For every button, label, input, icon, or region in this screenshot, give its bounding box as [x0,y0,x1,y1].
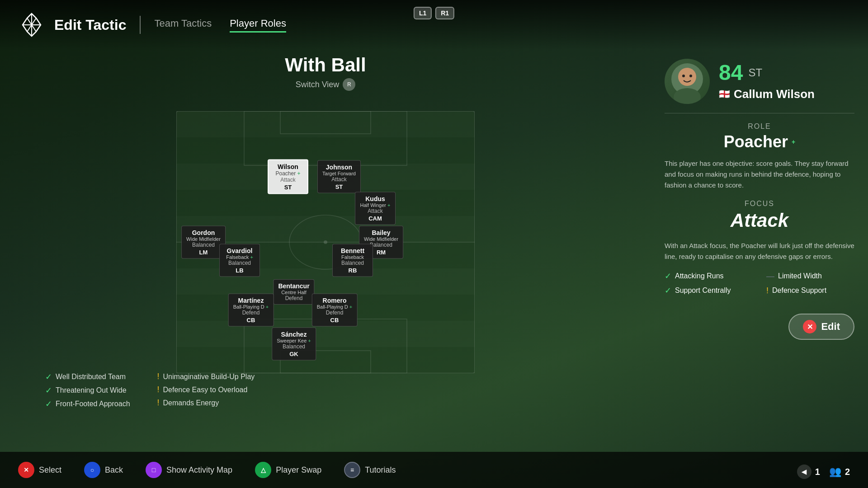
player-martinez[interactable]: Martínez Ball-Playing D + Defend CB [228,294,274,327]
r1-hint[interactable]: R1 [435,7,454,19]
person-icon: 👥 [829,466,841,478]
action-player-swap[interactable]: △ Player Swap [255,462,321,478]
svg-point-14 [678,68,696,86]
player-johnson[interactable]: Johnson Target Forward Attack ST [317,160,361,193]
player-position-badge: ST [748,66,762,79]
logo [18,11,45,38]
player-info-card: 84 ST 🏴󠁧󠁢󠁥󠁮󠁧󠁿 Callum Wilson [665,59,854,113]
header-divider [140,16,141,34]
svg-point-17 [689,75,692,77]
player-gvardiol[interactable]: Gvardiol Falseback + Balanced LB [219,244,260,277]
player-rating: 84 [719,62,743,84]
focus-label: Focus [665,200,854,208]
team-attr-good-1: ✓ Well Distributed Team [45,372,130,382]
team-attr-warn-3: ! Demands Energy [157,398,255,408]
player-bentancur[interactable]: Bentancur Centre Half Defend [273,279,314,305]
role-section: Role Poacher + [665,122,854,151]
team-attr-good-2: ✓ Threatening Out Wide [45,385,130,395]
btn-triangle-icon: △ [255,462,271,478]
player-wilson[interactable]: Wilson Poacher + Attack ST [268,160,308,194]
attr-good-icon: ✓ [665,271,671,281]
player-romero[interactable]: Romero Ball-Playing D + Defend CB [312,294,358,327]
nav-prev-arrow[interactable]: ◀ [797,465,811,479]
switch-view-btn: R [343,78,355,91]
controller-hints-top: L1 R1 [414,7,454,19]
page-nav[interactable]: ◀ 1 [797,465,820,479]
svg-rect-8 [176,111,475,137]
player-sanchez[interactable]: Sánchez Sweeper Kee + Balanced GK [272,328,316,361]
bottom-right-nav: ◀ 1 👥 2 [797,465,850,479]
role-plus-icon: + [792,138,795,145]
attr-limited-width: — Limited Width [766,271,854,281]
header-tabs: Team Tactics Player Roles [154,18,286,33]
right-panel: 84 ST 🏴󠁧󠁢󠁥󠁮󠁧󠁿 Callum Wilson Role Poacher… [651,50,868,452]
edit-btn-icon: ✕ [803,320,816,333]
svg-point-16 [682,75,685,77]
role-name: Poacher + [665,132,854,151]
btn-options-icon: ≡ [344,462,360,478]
btn-o-icon: ○ [84,462,100,478]
btn-square-icon: □ [146,462,162,478]
main-content: With Ball Switch View R [0,50,868,452]
attr-good-icon-2: ✓ [665,286,671,296]
tab-team-tactics[interactable]: Team Tactics [154,18,212,33]
action-activity-map[interactable]: □ Show Activity Map [146,462,232,478]
team-attr-warn-1: ! Unimaginative Build-Up Play [157,372,255,381]
attr-dash-icon: — [766,272,774,281]
action-select[interactable]: ✕ Select [18,462,61,478]
tab-player-roles[interactable]: Player Roles [230,18,286,33]
action-back[interactable]: ○ Back [84,462,123,478]
attr-warn-icon: ! [766,286,769,296]
focus-name: Attack [665,210,854,231]
action-tutorials[interactable]: ≡ Tutorials [344,462,396,478]
pitch-container: Wilson Poacher + Attack ST Johnson Targe… [154,98,497,391]
focus-description: With an Attack focus, the Poacher will l… [665,240,854,262]
role-label: Role [665,122,854,131]
role-description: This player has one objective: score goa… [665,158,854,191]
edit-button[interactable]: ✕ Edit [788,314,854,340]
bottom-bar: ✕ Select ○ Back □ Show Activity Map △ Pl… [0,452,868,488]
attr-support-centrally: ✓ Support Centrally [665,286,753,296]
pitch-panel: With Ball Switch View R [0,50,651,452]
team-attr-good-3: ✓ Front-Footed Approach [45,399,130,409]
attr-defence-support: ! Defence Support [766,286,854,296]
attributes-grid: ✓ Attacking Runs — Limited Width ✓ Suppo… [665,271,854,296]
team-attr-warn-2: ! Defence Easy to Overload [157,385,255,394]
switch-view-button[interactable]: Switch View R [296,78,356,91]
player-rating-row: 84 ST [719,62,854,84]
l1-hint[interactable]: L1 [414,7,432,19]
focus-section: Focus Attack [665,200,854,236]
player-full-name: Callum Wilson [734,87,815,101]
with-ball-title: With Ball [285,54,366,76]
player-flag: 🏴󠁧󠁢󠁥󠁮󠁧󠁿 [719,89,730,99]
player-count-nav: 👥 2 [829,466,850,478]
player-details: 84 ST 🏴󠁧󠁢󠁥󠁮󠁧󠁿 Callum Wilson [719,62,854,101]
player-kudus[interactable]: Kudus Half Winger + Attack CAM [355,192,396,225]
attr-attacking-runs: ✓ Attacking Runs [665,271,753,281]
player-bennett[interactable]: Bennett Falseback Balanced RB [332,244,373,277]
btn-x-icon: ✕ [18,462,34,478]
player-avatar [665,59,710,104]
header-title: Edit Tactic [54,17,126,33]
player-flag-name: 🏴󠁧󠁢󠁥󠁮󠁧󠁿 Callum Wilson [719,87,854,101]
